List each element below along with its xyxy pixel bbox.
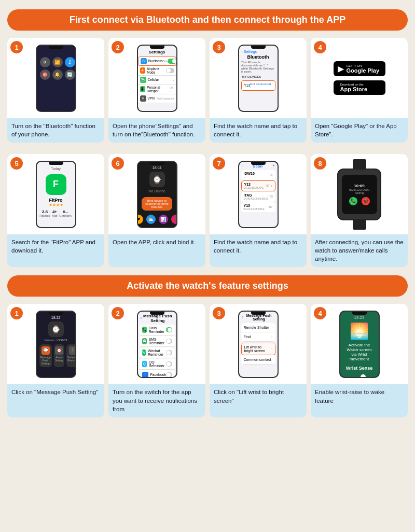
app-bind-header: 18:04 bbox=[153, 166, 162, 170]
step-4-desc: Open "Google Play" or the App Store". bbox=[311, 118, 408, 143]
fitpro-icon: F bbox=[46, 174, 66, 195]
no-device-text: No Device bbox=[148, 189, 165, 193]
idw16-item: IDW16 ... -71 bbox=[241, 170, 275, 180]
step-7-image: 7 ‹ Scan + IDW16 ... bbox=[210, 154, 307, 234]
bt-icon: B bbox=[141, 58, 147, 64]
y13-scan-item[interactable]: Y13 21:22:33:00:APE -57 › bbox=[241, 180, 275, 191]
app-bind-screen: 18:04 ⌚ No Device Bind device to experie… bbox=[138, 162, 176, 227]
bind-button[interactable]: Bind device to experience more features bbox=[142, 197, 172, 211]
answer-btn: 📞 bbox=[349, 197, 357, 205]
y13-scan-item2: Y13 00:21:0A:95:04FE -97 bbox=[241, 202, 275, 212]
rotate-icon: 🔄 bbox=[65, 69, 75, 80]
sedentary-btn-icon: 🚶 bbox=[69, 346, 75, 355]
button-grid: 💬 Message Push Setting ⏰ Alarm Setting 🚶… bbox=[39, 344, 73, 367]
step6-phone: 18:04 ⌚ No Device Bind device to experie… bbox=[137, 161, 177, 228]
step-8-desc: After connecting, you can use the watch … bbox=[311, 234, 408, 267]
s2-step-1-card: 1 18:22 ⌚ Version: V13663 💬 Message Push… bbox=[7, 304, 104, 417]
step-1-card: 1 75% ✈ 📶 ₿ 🌙 🎯 🔔 🔄 📷 bbox=[7, 38, 104, 143]
step-1-image: 1 75% ✈ 📶 ₿ 🌙 🎯 🔔 🔄 📷 bbox=[7, 38, 104, 118]
watch-strap-top bbox=[353, 159, 366, 169]
airplane-setting-icon: ✈ bbox=[140, 67, 145, 74]
s2-step4-phone: 18:23 🌅 Activate the Watch screen via Wr… bbox=[339, 311, 380, 378]
fitpro-stats: 2.8 Ratings 4+ Age #... Category bbox=[37, 207, 75, 219]
phone-notch-6 bbox=[150, 162, 164, 165]
s21-time: 18:22 bbox=[51, 316, 61, 319]
step-4-card: 4 ▶ GET IT ON Google Play Download on th… bbox=[311, 38, 408, 143]
app-store-button[interactable]: Download on the App Store bbox=[334, 80, 385, 95]
calls-icon: 📞 bbox=[142, 327, 147, 333]
fitpro-screen: Today F FitPro ★★★★ 2.8 Ratings 4+ Age bbox=[37, 162, 75, 227]
calls-toggle[interactable] bbox=[166, 327, 172, 332]
icon-row: ❤ ⛅ 📊 🎵 bbox=[138, 215, 176, 224]
section2-header: Activate the watch's feature settings bbox=[7, 275, 408, 297]
step8-watch-container: 10:09 (626)123-0000 calling 📞 📵 bbox=[337, 169, 381, 220]
step2-phone: Settings B Bluetooth On bbox=[137, 45, 177, 112]
sms-item: 💬 SMS Reminder bbox=[140, 336, 175, 347]
sound-icon: 🔔 bbox=[52, 69, 63, 80]
fb-toggle[interactable] bbox=[166, 372, 172, 377]
step-5-image: 5 Today F FitPro ★★★★ 2.8 Ratings bbox=[7, 154, 104, 234]
msg-push-btn-label: Message Push Setting bbox=[40, 356, 51, 365]
fitpro-name: FitPro bbox=[37, 198, 75, 203]
step-8-number: 8 bbox=[314, 157, 326, 170]
msg-push-screen: 18:22 ⌚ Version: V13663 💬 Message Push S… bbox=[37, 312, 75, 377]
phone-screen-s22: ‹ Message Push Setting 📞 Calls Reminder bbox=[138, 312, 176, 377]
section1-row2: 5 Today F FitPro ★★★★ 2.8 Ratings bbox=[7, 154, 408, 267]
section1-row1: 1 75% ✈ 📶 ₿ 🌙 🎯 🔔 🔄 📷 bbox=[7, 38, 408, 143]
step-5-card: 5 Today F FitPro ★★★★ 2.8 Ratings bbox=[7, 154, 104, 267]
wechat-item: W Wechat Reminder bbox=[140, 347, 175, 358]
step-3-image: 3 ‹ Settings Bluetooth This iPhone is di… bbox=[210, 38, 307, 118]
airplane-setting: ✈ Airplane Mode bbox=[138, 66, 176, 76]
cellular-setting: 📡 Cellular › bbox=[138, 76, 176, 85]
step-7-number: 7 bbox=[213, 157, 225, 170]
msg-watch-icon: ⌚ bbox=[48, 321, 64, 337]
wrist-sense-label: Activate the Watch screen via Wrist move… bbox=[345, 343, 374, 361]
qq-toggle[interactable] bbox=[166, 361, 172, 367]
phone-notch-7 bbox=[251, 162, 266, 165]
step-5-number: 5 bbox=[10, 157, 23, 170]
wechat-toggle[interactable] bbox=[166, 350, 172, 355]
phone-screen-6: 18:04 ⌚ No Device Bind device to experie… bbox=[138, 162, 176, 227]
step-1-desc: Turn on the "Bluetooth" function of your… bbox=[7, 118, 104, 143]
step-6-number: 6 bbox=[112, 157, 124, 170]
airplane-icon: ✈ bbox=[40, 57, 50, 67]
step-2-number: 2 bbox=[112, 41, 124, 53]
step-2-image: 2 Settings B Bluetooth On bbox=[108, 38, 205, 118]
alarm-btn[interactable]: ⏰ Alarm Setting bbox=[54, 344, 64, 367]
decline-btn: 📵 bbox=[362, 197, 370, 205]
phone-screen-3: ‹ Settings Bluetooth This iPhone is disc… bbox=[239, 46, 278, 111]
lift-wrist-item[interactable]: Lift wrist to bright screen › bbox=[241, 343, 275, 355]
airplane-toggle bbox=[166, 68, 174, 73]
phone-notch-5 bbox=[49, 162, 63, 165]
y13-device[interactable]: Y13 Not Connected › bbox=[241, 80, 275, 91]
wrist-sense-screen: 18:23 🌅 Activate the Watch screen via Wr… bbox=[340, 312, 379, 377]
qq-icon: Q bbox=[142, 361, 147, 367]
step-4-image: 4 ▶ GET IT ON Google Play Download on th… bbox=[311, 38, 408, 118]
app-watch-icon: ⌚ bbox=[149, 172, 165, 187]
wrist-sense-icon: 🌅 bbox=[350, 322, 369, 340]
s2-step-2-number: 2 bbox=[112, 307, 124, 319]
step-1-number: 1 bbox=[10, 41, 23, 53]
phone-screen-s24: 18:23 🌅 Activate the Watch screen via Wr… bbox=[340, 312, 379, 377]
phone-screen-s23: ‹ Message Push Setting Remote Shutter › … bbox=[239, 312, 278, 377]
step7-phone: ‹ Scan + IDW16 ... -71 bbox=[238, 161, 279, 228]
bt-header: ‹ Settings bbox=[239, 49, 278, 54]
stats-icon: 📊 bbox=[159, 215, 168, 224]
s2-step-3-desc: Click on "Lift wrist to bright screen" bbox=[210, 384, 307, 417]
sedentary-btn[interactable]: 🚶 Sedentary Reminder bbox=[66, 344, 75, 367]
sms-toggle[interactable] bbox=[166, 339, 172, 344]
settings-title: Settings bbox=[138, 50, 176, 54]
google-play-button[interactable]: ▶ GET IT ON Google Play bbox=[334, 61, 385, 76]
msg-push-btn[interactable]: 💬 Message Push Setting bbox=[39, 344, 52, 367]
s2-step-3-card: 3 ‹ Message Push Setting Remote Shutter … bbox=[210, 304, 307, 417]
step-2-desc: Open the phone"Settings" and turn on the… bbox=[108, 118, 205, 143]
step-7-desc: Find the watch name and tap to connect i… bbox=[210, 234, 307, 267]
s2-step-2-image: 2 ‹ Message Push Setting 📞 Calls Reminde… bbox=[108, 304, 205, 384]
bluetooth-icon: ₿ bbox=[65, 57, 75, 67]
fitpro-header: Today bbox=[37, 166, 75, 172]
s2-step-1-image: 1 18:22 ⌚ Version: V13663 💬 Message Push… bbox=[7, 304, 104, 384]
itag-item: ITAG 14:30:A5:00:01:55:00 -72 bbox=[241, 192, 275, 202]
hotspot-setting: 📱 Personal Hotspot Off › bbox=[138, 85, 176, 94]
s2-step-2-desc: Turn on the switch for the app you want … bbox=[108, 384, 205, 417]
lw-section-bottom: Lift wrist to bright screen › Common con… bbox=[241, 343, 275, 365]
